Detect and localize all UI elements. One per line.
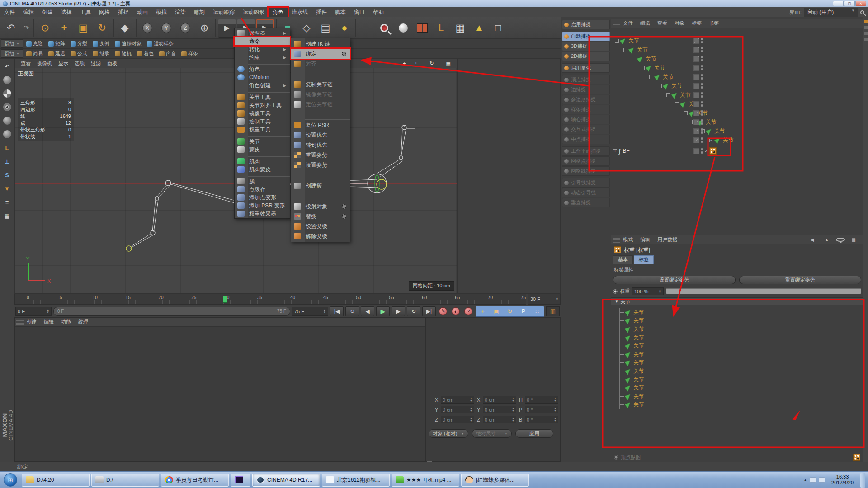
joint-list-item[interactable]: 关节 bbox=[620, 384, 710, 392]
panel-grip[interactable] bbox=[613, 21, 620, 26]
menubar-item[interactable]: 网格 bbox=[95, 8, 114, 17]
material-menu-item[interactable]: 纹理 bbox=[75, 318, 92, 326]
object-manager-menu-item[interactable]: 查看 bbox=[654, 19, 671, 27]
key-pla-button[interactable]: ∷ bbox=[530, 306, 544, 316]
taskbar-item[interactable]: CINEMA 4D R17... bbox=[252, 474, 320, 487]
menu-item[interactable]: 肌肉蒙皮 ▶ bbox=[235, 165, 290, 174]
joint-row[interactable]: − 关节 bbox=[611, 63, 863, 72]
undo-icon[interactable]: ↶ bbox=[2, 19, 20, 38]
apply-button[interactable]: 应用 bbox=[515, 429, 553, 438]
material-ball-icon[interactable] bbox=[394, 19, 412, 38]
panel-grip[interactable] bbox=[16, 319, 24, 325]
shelf-button[interactable]: 矩阵 bbox=[46, 40, 68, 47]
clock[interactable]: 16:332017/4/20 bbox=[828, 474, 857, 486]
point-mode-icon[interactable] bbox=[1, 101, 13, 113]
coordinate-system-icon[interactable]: ⊕ bbox=[195, 19, 213, 38]
display-toggle[interactable] bbox=[693, 47, 699, 53]
goto-end-button[interactable]: ▶| bbox=[422, 306, 436, 316]
axis-y-lock-button[interactable]: Y bbox=[157, 19, 175, 38]
network-icon[interactable] bbox=[810, 477, 816, 483]
menubar-item[interactable]: 插件 bbox=[312, 8, 331, 17]
joint-row[interactable]: − 关节 bbox=[611, 54, 863, 63]
joint-list-item[interactable]: 关节 bbox=[620, 350, 710, 359]
shelf-button[interactable]: 样条 bbox=[179, 50, 201, 57]
playhead-marker[interactable] bbox=[223, 296, 227, 303]
menu-item[interactable]: 解除父级 ▶ bbox=[291, 231, 350, 241]
snap-toggle-button[interactable]: 动态引导线 bbox=[562, 188, 610, 197]
key-scale-button[interactable]: ▣ bbox=[490, 306, 503, 316]
keyframe-presets-button[interactable]: ▦ bbox=[546, 306, 560, 316]
dock-icon[interactable] bbox=[864, 32, 868, 35]
gear-icon[interactable] bbox=[342, 52, 346, 56]
display-toggle[interactable] bbox=[693, 56, 699, 62]
snap-toggle-button[interactable]: 边捕捉 bbox=[562, 85, 610, 94]
taskbar-item[interactable]: D:\4.20 bbox=[22, 474, 90, 487]
panel-grip[interactable] bbox=[613, 237, 620, 243]
visibility-dots[interactable] bbox=[701, 56, 703, 61]
snap-toggle-icon[interactable]: S bbox=[1, 169, 13, 181]
menu-item[interactable]: 创建 IK 链 ▶ bbox=[291, 39, 350, 49]
volume-icon[interactable] bbox=[819, 477, 825, 483]
menu-item[interactable]: 添加点变形 ▶ bbox=[235, 193, 290, 202]
key-rotation-button[interactable]: ↻ bbox=[503, 306, 517, 316]
axis-modify-icon[interactable]: L bbox=[432, 19, 450, 38]
menubar-item[interactable]: 流水线 bbox=[288, 8, 312, 17]
keyframe-help-button[interactable]: ? bbox=[463, 306, 474, 316]
coord-input[interactable]: 0 cm▲▼ bbox=[483, 406, 516, 413]
menu-item[interactable]: 镜像关节链 ▶ bbox=[291, 89, 350, 99]
menu-item[interactable]: ▶ bbox=[248, 90, 290, 93]
shelf-button[interactable]: 着色 bbox=[134, 50, 156, 57]
expander-icon[interactable]: − bbox=[641, 66, 645, 70]
joint-row[interactable]: − 关节 bbox=[611, 136, 863, 145]
coord-input[interactable]: 0 °▲▼ bbox=[525, 416, 558, 423]
menu-item[interactable]: 转化 ▶ bbox=[235, 45, 290, 53]
menubar-item[interactable]: 脚本 bbox=[331, 8, 350, 17]
current-frame-field[interactable]: 30 F▲▼ bbox=[528, 294, 561, 305]
dock-icon[interactable] bbox=[864, 38, 868, 41]
expander-icon[interactable]: − bbox=[666, 93, 670, 97]
expander-icon[interactable]: − bbox=[623, 48, 627, 52]
live-selection-icon[interactable]: ⊙ bbox=[36, 19, 54, 38]
menubar-item[interactable]: 雕刻 bbox=[190, 8, 209, 17]
visibility-dots[interactable] bbox=[701, 137, 703, 143]
visibility-dots[interactable] bbox=[701, 38, 703, 43]
snap-toggle-button[interactable]: 2D捕捉 bbox=[562, 52, 610, 61]
menu-item[interactable]: ▶ bbox=[248, 62, 290, 65]
workplane-icon[interactable]: ▦ bbox=[451, 19, 469, 38]
workplane-lock-icon[interactable]: ⊥ bbox=[1, 155, 13, 167]
model-mode-icon[interactable] bbox=[1, 74, 13, 86]
expander-icon[interactable]: − bbox=[709, 138, 713, 142]
start-button[interactable]: ⊞ bbox=[4, 473, 17, 487]
menu-item[interactable]: 角色 ▶ bbox=[235, 65, 290, 73]
menu-item[interactable]: 转到优先 ▶ bbox=[291, 140, 350, 150]
menubar-item[interactable]: 捕捉 bbox=[114, 8, 133, 17]
menu-item[interactable]: ▶ bbox=[305, 69, 350, 79]
key-parameter-button[interactable]: P bbox=[517, 306, 530, 316]
snap-toggle-button[interactable]: 顶点捕捉 bbox=[562, 75, 610, 84]
material-menu-item[interactable]: 创建 bbox=[23, 318, 40, 326]
snap-toggle-button[interactable]: 垂直捕捉 bbox=[562, 198, 610, 207]
coord-input[interactable]: 0 cm▲▼ bbox=[441, 416, 474, 423]
display-toggle[interactable] bbox=[693, 110, 699, 116]
autokey-button[interactable]: ◐ bbox=[450, 306, 461, 316]
taskbar-item[interactable] bbox=[231, 474, 250, 487]
render-view-icon[interactable]: ▶ bbox=[218, 19, 236, 38]
bf-row[interactable]: + ∫ BF ✓ bbox=[611, 146, 863, 155]
joint-list-item[interactable]: 关节 bbox=[620, 375, 710, 384]
frame-range-slider[interactable]: 0 F75 F bbox=[53, 307, 290, 316]
joint-list-item[interactable]: 关节 bbox=[620, 325, 710, 333]
object-manager-menu-item[interactable]: 对象 bbox=[671, 19, 688, 27]
minimize-button[interactable]: – bbox=[833, 1, 844, 6]
taskbar-item[interactable]: D:\ bbox=[91, 474, 159, 487]
viewport-menu-item[interactable]: 面板 bbox=[104, 60, 120, 67]
coord-input[interactable]: 0 °▲▼ bbox=[525, 406, 558, 413]
interface-select[interactable]: 启动 (用户)▼ bbox=[804, 8, 858, 17]
wire-cube-icon[interactable]: □ bbox=[489, 19, 507, 38]
filter-icon[interactable]: ▲ bbox=[821, 237, 833, 243]
joint-row[interactable]: − 关节 bbox=[611, 36, 863, 45]
range-end-field[interactable]: 75 F▲▼ bbox=[292, 307, 328, 316]
gear-icon[interactable] bbox=[342, 204, 346, 209]
expander-icon[interactable]: − bbox=[615, 39, 619, 43]
menu-item[interactable]: 添加 PSR 变形 ▶ bbox=[235, 202, 290, 210]
last-tool-icon[interactable]: ◆ bbox=[116, 19, 134, 38]
